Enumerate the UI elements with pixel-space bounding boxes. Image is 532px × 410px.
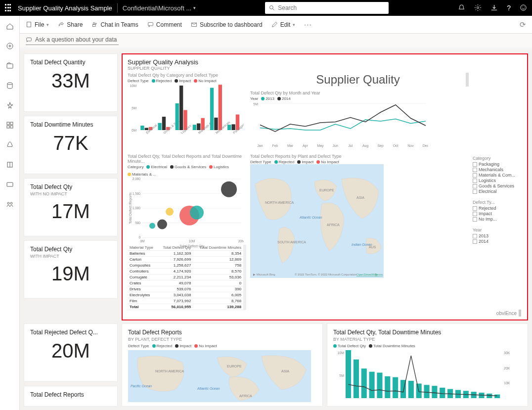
kpi-downtime[interactable]: Total Downtime Minutes 77K — [24, 116, 118, 174]
nav-home-icon[interactable] — [5, 22, 14, 31]
svg-text:NORTH AMERICA: NORTH AMERICA — [155, 369, 184, 373]
svg-text:Atlantic Ocean: Atlantic Ocean — [197, 387, 220, 390]
search-input[interactable] — [278, 4, 385, 11]
teams-button[interactable]: Chat in Teams — [91, 21, 138, 28]
svg-point-17 — [10, 202, 12, 204]
file-menu[interactable]: File▾ — [26, 21, 49, 28]
svg-rect-7 — [7, 64, 13, 68]
svg-rect-21 — [93, 25, 96, 27]
edit-menu[interactable]: Edit▾ — [271, 21, 296, 28]
svg-point-2 — [477, 7, 479, 9]
slicer-item[interactable]: 2013 — [473, 233, 522, 238]
slicer-handle-icon[interactable] — [466, 73, 469, 87]
report-pin-tile[interactable]: Supplier Quality Analysis SUPPLIER QUALI… — [122, 53, 528, 320]
svg-text:May: May — [317, 144, 324, 148]
svg-text:Nov: Nov — [407, 144, 414, 147]
svg-text:10K: 10K — [504, 381, 510, 385]
svg-text:Aug: Aug — [362, 144, 369, 148]
kpi-with-impact[interactable]: Total Defect Qty WITH IMPACT 19M — [24, 240, 118, 299]
svg-text:0M: 0M — [140, 239, 144, 243]
qna-box[interactable]: Ask a question about your data — [26, 36, 119, 45]
scatter-chart[interactable]: Total Defect Qty, Total Defect Reports a… — [128, 154, 246, 243]
svg-text:SOUTH AMERICA: SOUTH AMERICA — [277, 240, 306, 244]
svg-text:▶ Microsoft Bing: ▶ Microsoft Bing — [253, 273, 275, 276]
svg-point-84 — [166, 208, 174, 216]
svg-rect-24 — [27, 38, 32, 41]
nav-workspaces-icon[interactable] — [5, 180, 14, 189]
slicer-item[interactable]: Packaging — [473, 162, 522, 167]
slicer-item[interactable]: Rejected — [473, 206, 522, 211]
slicer-item[interactable]: Goods & Services — [473, 183, 522, 188]
svg-text:Dec: Dec — [423, 144, 428, 147]
slicer-item[interactable]: Mechanicals — [473, 167, 522, 172]
line-chart-month[interactable]: Total Defect Qty by Month and Year Year … — [250, 91, 469, 152]
nav-learn-icon[interactable] — [5, 160, 14, 169]
svg-text:30K: 30K — [504, 351, 510, 355]
kpi-rejected[interactable]: Total Rejected Defect Q... 20M — [24, 323, 118, 382]
svg-text:20K: 20K — [504, 366, 510, 370]
svg-text:EUROPE: EUROPE — [227, 364, 242, 368]
settings-icon[interactable] — [474, 4, 482, 12]
download-icon[interactable] — [490, 4, 498, 12]
more-menu[interactable]: ··· — [304, 21, 312, 28]
svg-rect-12 — [10, 126, 13, 128]
kpi-reports[interactable]: Total Defect Reports — [24, 386, 118, 407]
svg-rect-11 — [7, 126, 9, 128]
notifications-icon[interactable] — [458, 4, 465, 12]
svg-rect-116 — [377, 372, 382, 398]
app-launcher-icon[interactable] — [5, 4, 13, 12]
slicer-item[interactable]: 2014 — [473, 239, 522, 244]
refresh-icon[interactable]: ⟳ — [520, 20, 526, 29]
bar-tile-bottom[interactable]: Total Defect Qty, Total Downtime Minutes… — [327, 323, 528, 407]
map-tile-bottom[interactable]: Total Defect Reports BY PLANT, DEFECT TY… — [122, 323, 323, 407]
sensitivity-label[interactable]: Confidential\Microsoft ...▾ — [123, 4, 196, 12]
svg-text:EUROPE: EUROPE — [319, 188, 334, 192]
svg-rect-113 — [354, 360, 359, 398]
svg-rect-32 — [158, 123, 161, 130]
global-search[interactable] — [265, 2, 389, 14]
share-button[interactable]: Share — [58, 21, 83, 28]
svg-point-4 — [522, 6, 523, 7]
qna-placeholder: Ask a question about your data — [35, 36, 117, 43]
table-scrollbar[interactable] — [243, 245, 246, 310]
svg-text:Indian Ocean: Indian Ocean — [352, 243, 372, 246]
slicer-item[interactable]: Electrical — [473, 189, 522, 194]
svg-text:Atlantic Ocean: Atlantic Ocean — [299, 216, 322, 219]
svg-point-0 — [270, 6, 273, 9]
nav-metrics-icon[interactable] — [5, 101, 14, 110]
svg-text:1,500: 1,500 — [133, 192, 141, 195]
svg-rect-46 — [219, 85, 222, 130]
slicer-item[interactable]: Logistics — [473, 178, 522, 183]
nav-myworkspace-icon[interactable] — [5, 200, 14, 209]
help-icon[interactable]: ? — [507, 4, 511, 12]
nav-datahub-icon[interactable] — [5, 81, 14, 90]
svg-rect-117 — [385, 376, 390, 398]
svg-rect-10 — [10, 122, 13, 125]
slicer-item[interactable]: Impact — [473, 211, 522, 216]
nav-create-icon[interactable] — [5, 42, 14, 50]
svg-text:AFRICA: AFRICA — [327, 223, 340, 227]
nav-browse-icon[interactable] — [5, 61, 14, 70]
bar-chart-category[interactable]: Total Defect Qty by Category and Defect … — [128, 73, 246, 152]
search-icon — [269, 5, 275, 11]
data-table[interactable]: Material TypeTotal Defect QtyTotal Downt… — [128, 245, 246, 324]
svg-text:10M: 10M — [130, 84, 136, 88]
kpi-no-impact[interactable]: Total Defect Qty WITH NO IMPACT 17M — [24, 178, 118, 236]
svg-text:Terms: Terms — [375, 273, 383, 276]
svg-text:500: 500 — [135, 221, 140, 225]
feedback-icon[interactable] — [520, 4, 527, 12]
slicer-item[interactable]: Materials & Com... — [473, 173, 522, 178]
svg-text:2,000: 2,000 — [133, 177, 141, 181]
svg-text:AFRICA: AFRICA — [239, 394, 252, 398]
svg-point-82 — [157, 219, 167, 229]
map-visual[interactable]: Total Defect Reports by Plant and Defect… — [250, 154, 469, 324]
nav-deploy-icon[interactable] — [5, 140, 14, 149]
comment-button[interactable]: Comment — [147, 21, 182, 28]
kpi-defect-qty[interactable]: Total Defect Quantity 33M — [24, 53, 118, 112]
svg-rect-33 — [162, 117, 166, 130]
svg-rect-112 — [346, 350, 351, 398]
svg-point-3 — [521, 5, 526, 10]
nav-apps-icon[interactable] — [5, 121, 14, 130]
slicer-item[interactable]: No Imp... — [473, 217, 522, 222]
subscribe-button[interactable]: Subscribe to dashboard — [191, 21, 263, 28]
